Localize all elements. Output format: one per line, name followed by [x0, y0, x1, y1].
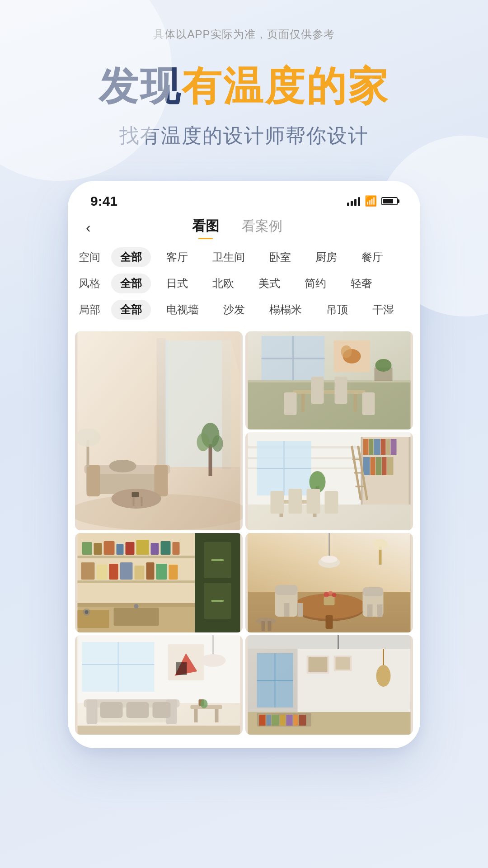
filter-tag-tvwall[interactable]: 电视墙: [157, 300, 208, 320]
svg-rect-148: [153, 702, 171, 718]
filter-tag-nordic[interactable]: 北欧: [203, 274, 243, 293]
svg-rect-147: [127, 702, 149, 718]
svg-rect-57: [371, 457, 375, 475]
svg-rect-58: [376, 457, 382, 475]
grid-item-5[interactable]: [245, 533, 413, 632]
filter-tag-partial-all[interactable]: 全部: [111, 300, 151, 320]
svg-point-14: [212, 435, 223, 452]
filter-tag-luxury[interactable]: 轻奢: [342, 274, 381, 293]
headline-dark: 发现: [99, 64, 182, 108]
svg-rect-178: [294, 715, 298, 726]
svg-rect-52: [374, 439, 380, 455]
svg-rect-116: [275, 585, 298, 595]
svg-rect-80: [94, 543, 102, 555]
svg-point-13: [197, 433, 210, 451]
svg-point-10: [109, 460, 136, 472]
svg-rect-29: [354, 394, 357, 412]
nav-tab-cases[interactable]: 看案例: [242, 217, 282, 238]
svg-rect-120: [363, 587, 384, 596]
filter-label-space: 空间: [79, 250, 104, 264]
svg-rect-17: [141, 497, 143, 506]
svg-rect-32: [311, 377, 324, 404]
svg-rect-82: [117, 544, 124, 555]
svg-rect-74: [307, 489, 320, 514]
battery-fill: [383, 199, 393, 203]
grid-item-2[interactable]: [245, 331, 413, 429]
svg-point-15: [112, 489, 161, 509]
image-grid: [68, 331, 420, 735]
svg-rect-55: [391, 439, 397, 455]
svg-rect-175: [272, 715, 279, 726]
svg-rect-85: [151, 543, 159, 555]
svg-rect-28: [301, 394, 305, 412]
signal-bar-4: [358, 197, 360, 206]
filter-tag-minimal[interactable]: 简约: [296, 274, 335, 293]
filter-tag-living[interactable]: 客厅: [157, 247, 197, 267]
filter-tag-ceiling[interactable]: 吊顶: [317, 300, 357, 320]
filter-tag-bedroom[interactable]: 卧室: [260, 247, 300, 267]
back-button[interactable]: ‹: [84, 217, 98, 238]
filter-tag-tatami[interactable]: 榻榻米: [260, 300, 311, 320]
filter-row-partial: 局部 全部 电视墙 沙发 榻榻米 吊顶 干湿: [79, 300, 409, 320]
filter-tag-sofa[interactable]: 沙发: [214, 300, 254, 320]
headline-block: 发现有温度的家 找有温度的设计师帮你设计: [99, 60, 389, 149]
filter-tag-space-all[interactable]: 全部: [111, 247, 151, 267]
filter-tag-bathroom[interactable]: 卫生间: [203, 247, 254, 267]
filter-tag-dryzone[interactable]: 干湿: [363, 300, 403, 320]
signal-bar-1: [347, 203, 349, 206]
svg-rect-33: [335, 377, 347, 404]
grid-item-1[interactable]: [75, 331, 243, 530]
room-image-3: [245, 432, 413, 530]
filter-label-style: 风格: [79, 276, 104, 291]
status-bar: 9:41 📶: [68, 181, 420, 213]
svg-rect-122: [377, 604, 383, 617]
svg-rect-81: [104, 541, 115, 555]
svg-rect-3: [157, 338, 166, 469]
grid-item-3[interactable]: [245, 432, 413, 530]
svg-rect-91: [120, 562, 133, 580]
filter-tag-dining[interactable]: 餐厅: [352, 247, 392, 267]
phone-mockup: 9:41 📶 ‹ 看图 看案例 空间 全部: [68, 181, 420, 748]
svg-rect-60: [387, 457, 394, 475]
filter-label-partial: 局部: [79, 302, 104, 317]
svg-rect-156: [78, 726, 240, 735]
svg-rect-53: [381, 439, 386, 455]
svg-rect-93: [146, 562, 155, 580]
svg-rect-27: [293, 390, 366, 394]
signal-bar-3: [354, 199, 357, 206]
filter-row-style: 风格 全部 日式 北欧 美式 简约 轻奢: [79, 274, 409, 293]
wifi-icon: 📶: [365, 195, 377, 207]
svg-rect-152: [194, 709, 198, 722]
svg-rect-141: [176, 662, 187, 675]
grid-item-7[interactable]: [245, 635, 413, 735]
svg-rect-168: [309, 657, 328, 672]
svg-rect-123: [324, 596, 335, 605]
svg-rect-117: [284, 603, 290, 617]
filter-row-space: 空间 全部 客厅 卫生间 卧室 厨房 餐厅: [79, 247, 409, 267]
svg-rect-94: [156, 564, 167, 580]
svg-rect-71: [271, 491, 284, 514]
filter-tags-partial: 全部 电视墙 沙发 榻榻米 吊顶 干湿: [111, 300, 403, 320]
nav-tab-images[interactable]: 看图: [192, 217, 219, 238]
svg-rect-144: [87, 699, 98, 724]
grid-item-4[interactable]: [75, 533, 243, 632]
svg-point-102: [85, 610, 89, 614]
headline-main: 发现有温度的家: [99, 60, 389, 113]
filter-tag-style-all[interactable]: 全部: [111, 274, 151, 293]
svg-point-38: [375, 359, 392, 372]
filter-tag-american[interactable]: 美式: [249, 274, 289, 293]
svg-rect-92: [135, 566, 145, 580]
svg-rect-73: [289, 489, 302, 514]
grid-item-6[interactable]: [75, 635, 243, 735]
svg-rect-11: [209, 444, 212, 476]
svg-rect-118: [298, 603, 303, 617]
svg-rect-174: [267, 715, 271, 726]
filter-tag-kitchen[interactable]: 厨房: [306, 247, 346, 267]
filter-tag-japanese[interactable]: 日式: [157, 274, 197, 293]
svg-rect-78: [78, 580, 195, 583]
svg-rect-8: [87, 465, 100, 496]
svg-rect-86: [161, 541, 171, 555]
svg-rect-106: [211, 559, 224, 561]
filter-section: 空间 全部 客厅 卫生间 卧室 厨房 餐厅 风格 全部 日式 北欧 美式 简约 …: [68, 245, 420, 328]
svg-rect-25: [248, 381, 411, 429]
